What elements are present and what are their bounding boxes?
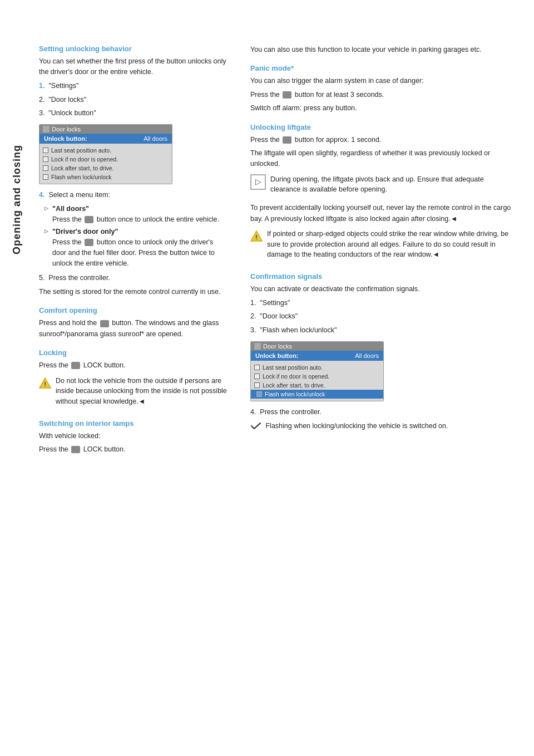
lock-button-icon-1 — [85, 216, 93, 223]
step-5-press: 5. Press the controller. — [39, 273, 228, 283]
checkbox-2-3 — [254, 382, 260, 388]
checkbox-1-3 — [43, 165, 48, 171]
step-4-select: 4. Select a menu item: — [39, 190, 228, 200]
screen-header-2: Unlock button: All doors — [251, 351, 383, 361]
setting-stored-note: The setting is stored for the remote con… — [39, 287, 228, 297]
screen-header-value-1: All doors — [144, 135, 167, 142]
screen-title-text-2: Door locks — [263, 343, 292, 350]
step-3-setting: 3. "Unlock button" — [39, 108, 228, 119]
conf-step-2: 2. "Door locks" — [250, 311, 512, 322]
screen-title-bar-1: Door locks — [39, 125, 172, 134]
interior-lamps-desc2: Press the LOCK button. — [39, 444, 228, 455]
checkbox-2-1 — [254, 365, 260, 370]
section-title-locking: Locking — [39, 348, 228, 357]
locking-warning-box: ! Do not lock the vehicle from the outsi… — [39, 376, 228, 410]
note-triangle-icon-1: ▷ — [250, 174, 266, 190]
screen-row-text-2-4: Flash when lock/unlock — [265, 391, 325, 397]
liftgate-note2: To prevent accidentally locking yourself… — [250, 203, 512, 224]
screen-row-1-4: Flash when lock/unlock — [43, 173, 169, 181]
sub-list-unlocking: "All doors" Press the button once to unl… — [44, 204, 228, 269]
conf-step-3: 3. "Flash when lock/unlock" — [250, 325, 512, 336]
panic-mode-desc3: Switch off alarm: press any button. — [250, 103, 512, 114]
sub-item-all-doors: "All doors" Press the button once to unl… — [44, 204, 228, 225]
lock-circle-icon-2 — [71, 446, 80, 453]
checkbox-2-2 — [254, 374, 260, 379]
section-title-comfort-opening: Comfort opening — [39, 306, 228, 315]
screen-row-text-2-1: Last seat position auto. — [263, 364, 323, 371]
svg-text:!: ! — [255, 234, 258, 240]
liftgate-desc1: Press the button for approx. 1 second. — [250, 135, 512, 145]
liftgate-warning-text: If pointed or sharp-edged objects could … — [267, 229, 512, 260]
right-column: You can also use this function to locate… — [239, 45, 512, 756]
checkbox-1-2 — [43, 156, 48, 162]
screen-header-value-2: All doors — [355, 352, 379, 359]
warning-triangle-icon-2: ! — [250, 230, 263, 242]
left-column: Setting unlocking behavior You can set w… — [39, 45, 239, 756]
content-area: Setting unlocking behavior You can set w… — [33, 33, 534, 756]
screen-body-2: Last seat position auto. Lock if no door… — [251, 361, 383, 401]
comfort-button-icon — [100, 320, 109, 327]
confirmation-result: Flashing when locking/unlocking the vehi… — [250, 421, 512, 431]
screen-row-text-2-3: Lock after start, to drive. — [263, 382, 325, 389]
page-container: Opening and closing Setting unlocking be… — [0, 0, 534, 756]
screen-row-2-2: Lock if no door is opened. — [254, 372, 380, 381]
screen-image-confirmation: Door locks Unlock button: All doors Last… — [250, 341, 384, 401]
panic-button-icon — [283, 91, 291, 99]
checkbox-2-4 — [256, 391, 262, 397]
screen-app-icon-2 — [254, 343, 261, 350]
comfort-opening-desc: Press and hold the button. The windows a… — [39, 318, 228, 340]
svg-text:!: ! — [44, 381, 46, 387]
screen-row-text-1-3: Lock after start, to drive. — [51, 165, 114, 171]
screen-row-text-1-1: Last seat position auto. — [51, 147, 111, 154]
screen-body-1: Last seat position auto. Lock if no door… — [39, 144, 172, 184]
screen-row-1-2: Lock if no door is opened. — [43, 155, 169, 164]
screen-row-2-4: Flash when lock/unlock — [251, 390, 383, 399]
step-1-setting: 1. "Settings" — [39, 81, 228, 91]
section-title-unlocking-liftgate: Unlocking liftgate — [250, 123, 512, 131]
screen-image-unlock-button: Door locks Unlock button: All doors Last… — [39, 124, 172, 184]
section-title-setting-unlocking: Setting unlocking behavior — [39, 45, 228, 53]
liftgate-desc2: The liftgate will open slightly, regardl… — [250, 148, 512, 170]
sidebar: Opening and closing — [0, 33, 33, 756]
result-checkmark-svg — [250, 422, 261, 430]
screen-row-1-1: Last seat position auto. — [43, 146, 169, 155]
checkbox-1-1 — [43, 148, 48, 153]
screen-row-2-1: Last seat position auto. — [254, 363, 380, 372]
liftgate-note-box-1: ▷ During opening, the liftgate pivots ba… — [250, 174, 512, 199]
locking-warning-text: Do not lock the vehicle from the outside… — [56, 376, 228, 407]
screen-row-text-1-2: Lock if no door is opened. — [51, 156, 118, 163]
setting-unlocking-steps: 1. "Settings" 2. "Door locks" 3. "Unlock… — [39, 81, 228, 119]
locking-desc: Press the LOCK button. — [39, 360, 228, 371]
screen-row-text-2-2: Lock if no door is opened. — [263, 373, 329, 380]
screen-title-text-1: Door locks — [52, 126, 81, 132]
liftgate-button-icon — [283, 136, 291, 144]
conf-step-1: 1. "Settings" — [250, 298, 512, 308]
screen-row-2-3: Lock after start, to drive. — [254, 381, 380, 390]
conf-step-4: 4. Press the controller. — [250, 407, 512, 418]
screen-row-1-3: Lock after start, to drive. — [43, 164, 169, 173]
step-2-setting: 2. "Door locks" — [39, 95, 228, 105]
section-title-confirmation-signals: Confirmation signals — [250, 272, 512, 281]
section-title-interior-lamps: Switching on interior lamps — [39, 419, 228, 428]
screen-app-icon-1 — [43, 126, 50, 132]
confirmation-signals-intro: You can activate or deactivate the confi… — [250, 284, 512, 294]
screen-header-1: Unlock button: All doors — [39, 134, 172, 144]
lock-circle-icon — [71, 362, 80, 369]
panic-mode-desc1: You can also trigger the alarm system in… — [250, 76, 512, 86]
setting-unlocking-intro: You can set whether the first press of t… — [39, 56, 228, 78]
interior-lamps-desc1: With vehicle locked: — [39, 431, 228, 441]
screen-row-text-1-4: Flash when lock/unlock — [51, 174, 112, 180]
locate-vehicle-note: You can also use this function to locate… — [250, 45, 512, 55]
screen-title-bar-2: Door locks — [251, 342, 383, 351]
sidebar-chapter-title: Opening and closing — [11, 145, 23, 254]
sub-item-drivers-door: "Driver's door only" Press the button on… — [44, 227, 228, 268]
screen-header-label-1: Unlock button: — [44, 135, 87, 142]
warning-svg-2: ! — [250, 230, 263, 242]
warning-triangle-icon-1: ! — [39, 377, 51, 389]
warning-svg-1: ! — [39, 377, 51, 389]
confirmation-signals-steps: 1. "Settings" 2. "Door locks" 3. "Flash … — [250, 298, 512, 336]
liftgate-warning-box: ! If pointed or sharp-edged objects coul… — [250, 229, 512, 263]
screen-header-label-2: Unlock button: — [255, 352, 299, 359]
liftgate-note-text-1: During opening, the liftgate pivots back… — [270, 174, 512, 195]
panic-mode-desc2: Press the button for at least 3 seconds. — [250, 90, 512, 100]
